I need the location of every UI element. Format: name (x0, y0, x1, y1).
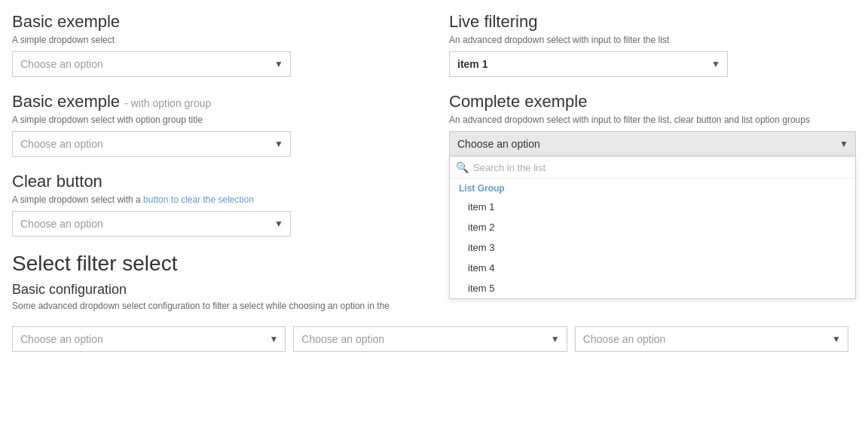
dropdown-search-row: 🔍 (450, 157, 855, 179)
complete-dropdown-panel: 🔍 List Group item 1 item 2 item 3 item 4… (449, 156, 856, 299)
list-item[interactable]: item 1 (450, 197, 855, 217)
complete-exemple-title: Complete exemple (449, 92, 856, 112)
dropdown-list: List Group item 1 item 2 item 3 item 4 i… (450, 179, 855, 298)
clear-dropdown-button[interactable]: Choose an option (12, 211, 291, 237)
bottom-dropdown-2-wrapper: Choose an option ▼ (293, 326, 567, 352)
live-filtering-dropdown-wrapper: item 1 ▼ (449, 51, 728, 77)
dropdown-search-input[interactable] (473, 162, 849, 173)
bottom-dropdown-2-placeholder: Choose an option (301, 333, 384, 345)
basic-config-desc: Some advanced dropdown select configurat… (12, 301, 419, 311)
complete-exemple-desc: An advanced dropdown select with input t… (449, 115, 856, 125)
list-item[interactable]: item 5 (450, 278, 855, 298)
bottom-dropdown-3-wrapper: Choose an option ▼ (575, 326, 848, 352)
clear-desc-link: button to clear the selection (143, 194, 254, 205)
section-optgroup-title: Basic exemple - with option group (12, 92, 419, 112)
select-filter-title: Select filter select (12, 252, 419, 276)
complete-dropdown-placeholder: Choose an option (457, 138, 540, 150)
live-filtering-dropdown-button[interactable]: item 1 (449, 51, 728, 77)
optgroup-dropdown-placeholder: Choose an option (20, 138, 103, 150)
bottom-dropdown-1-wrapper: Choose an option ▼ (12, 326, 286, 352)
live-filtering-selected-value: item 1 (457, 58, 487, 70)
bottom-dropdown-1-placeholder: Choose an option (20, 333, 103, 345)
section-select-filter: Select filter select Basic configuration… (12, 252, 419, 311)
section-complete-exemple: Complete exemple An advanced dropdown se… (449, 92, 856, 157)
list-item[interactable]: item 2 (450, 217, 855, 237)
bottom-dropdown-3-button[interactable]: Choose an option (575, 326, 848, 352)
section-basic-option-group: Basic exemple - with option group A simp… (12, 92, 419, 157)
search-icon: 🔍 (456, 161, 469, 173)
section-basic-desc: A simple dropdown select (12, 35, 419, 45)
basic-dropdown-button[interactable]: Choose an option (12, 51, 291, 77)
basic-dropdown-placeholder: Choose an option (20, 58, 103, 70)
bottom-dropdown-2-button[interactable]: Choose an option (293, 326, 567, 352)
live-filtering-title: Live filtering (449, 12, 856, 32)
section-basic-exemple: Basic exemple A simple dropdown select C… (12, 12, 419, 77)
bottom-row: Choose an option ▼ Choose an option ▼ Ch… (12, 326, 856, 352)
section-clear-button: Clear button A simple dropdown select wi… (12, 172, 419, 237)
clear-dropdown-wrapper: Choose an option ▼ (12, 211, 291, 237)
live-filtering-desc: An advanced dropdown select with input t… (449, 35, 856, 45)
basic-dropdown-wrapper: Choose an option ▼ (12, 51, 291, 77)
bottom-dropdown-3-placeholder: Choose an option (583, 333, 666, 345)
complete-dropdown-wrapper: Choose an option ▼ 🔍 List Group item 1 i… (449, 131, 856, 157)
dropdown-group-label: List Group (450, 179, 855, 197)
section-live-filtering: Live filtering An advanced dropdown sele… (449, 12, 856, 77)
section-clear-title: Clear button (12, 172, 419, 191)
optgroup-dropdown-wrapper: Choose an option ▼ (12, 131, 291, 157)
list-item[interactable]: item 3 (450, 237, 855, 258)
complete-dropdown-button[interactable]: Choose an option (449, 131, 856, 157)
list-item[interactable]: item 4 (450, 258, 855, 278)
section-optgroup-desc: A simple dropdown select with option gro… (12, 115, 419, 125)
bottom-dropdown-1-button[interactable]: Choose an option (12, 326, 286, 352)
section-optgroup-subtitle: - with option group (124, 97, 211, 109)
basic-config-title: Basic configuration (12, 282, 419, 298)
section-basic-title: Basic exemple (12, 12, 419, 32)
clear-dropdown-placeholder: Choose an option (20, 218, 103, 230)
section-clear-desc: A simple dropdown select with a button t… (12, 194, 419, 205)
optgroup-dropdown-button[interactable]: Choose an option (12, 131, 291, 157)
